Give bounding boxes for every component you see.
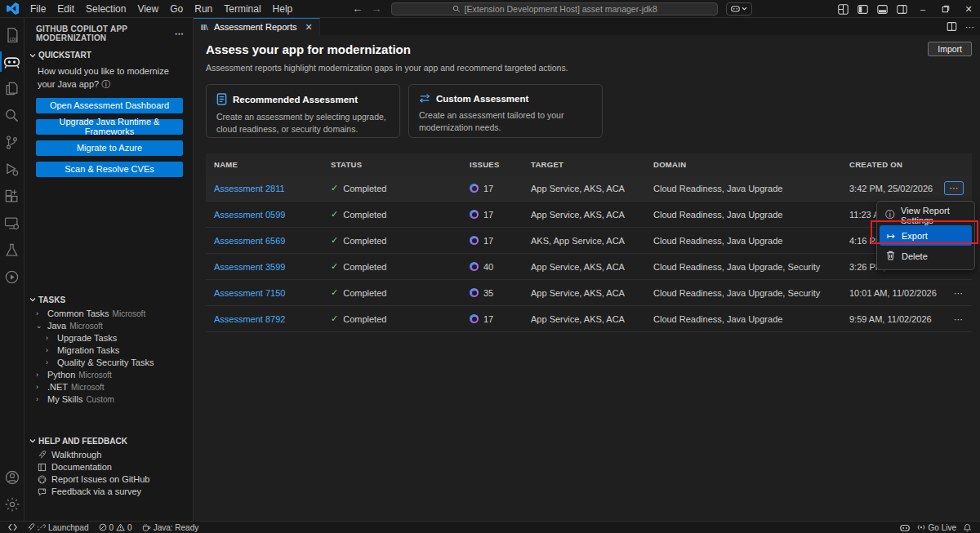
help-documentation[interactable]: Documentation — [24, 461, 193, 473]
tab-close-icon[interactable]: ✕ — [305, 22, 312, 33]
tab-assessment-reports[interactable]: Assessment Reports ✕ — [194, 18, 320, 35]
back-arrow-icon[interactable]: ← — [352, 2, 363, 15]
menu-run[interactable]: Run — [189, 0, 218, 18]
title-bar: File Edit Selection View Go Run Terminal… — [0, 0, 980, 18]
page-subtitle: Assessment reports highlight modernizati… — [206, 63, 972, 73]
recommended-assessment-card[interactable]: Recommended Assessment Create an assessm… — [206, 84, 400, 138]
customize-layout-icon[interactable] — [833, 0, 853, 18]
copilot-menu-button[interactable] — [726, 2, 752, 16]
menu-view-report-settings[interactable]: ⓘ View Report Settings — [880, 205, 972, 225]
menu-file[interactable]: File — [24, 0, 51, 18]
assessment-link[interactable]: Assessment 7150 — [214, 288, 285, 298]
task-upgrade-tasks[interactable]: › Upgrade Tasks — [24, 332, 193, 344]
extensions-icon[interactable] — [0, 183, 24, 210]
assessment-page: Assess your app for modernization Assess… — [194, 35, 980, 521]
task-quality-security-tasks[interactable]: › Quality & Security Tasks — [24, 357, 193, 369]
menu-export[interactable]: ↦ Export — [880, 225, 972, 246]
issues-donut-icon — [470, 314, 479, 323]
java-status-item[interactable]: Java: Ready — [139, 522, 203, 533]
task-my-skills[interactable]: › My Skills Custom — [24, 393, 193, 406]
check-icon: ✓ — [331, 183, 338, 193]
menu-delete[interactable]: Delete — [880, 246, 972, 266]
search-view-icon[interactable] — [0, 102, 24, 129]
check-icon: ✓ — [331, 209, 338, 220]
upgrade-java-button[interactable]: Upgrade Java Runtime & Frameworks — [36, 119, 183, 135]
menu-go[interactable]: Go — [164, 0, 189, 18]
chevron-right-icon: › — [46, 358, 54, 366]
go-live-status-item[interactable]: Go Live — [913, 522, 960, 533]
remote-explorer-icon[interactable] — [0, 210, 24, 237]
task-java[interactable]: ⌄ Java Microsoft — [24, 320, 193, 332]
help-feedback-section-header[interactable]: HELP AND FEEDBACK — [24, 433, 193, 449]
chevron-right-icon: › — [36, 383, 44, 391]
checklist-document-icon — [216, 93, 227, 105]
chevron-right-icon: › — [36, 395, 44, 403]
table-row: Assessment 6569 ✓Completed 17 AKS, App S… — [206, 228, 972, 254]
assessment-link[interactable]: Assessment 0599 — [214, 210, 285, 220]
restore-button[interactable] — [934, 0, 957, 18]
notifications-bell-icon[interactable] — [960, 522, 975, 533]
copilot-icon — [900, 524, 910, 531]
help-report-issues[interactable]: Report Issues on GitHub — [24, 473, 193, 486]
assessment-link[interactable]: Assessment 3599 — [214, 262, 285, 272]
task-common-tasks[interactable]: › Common Tasks Microsoft — [24, 308, 193, 320]
info-icon: ⓘ — [885, 208, 895, 222]
row-actions-button[interactable]: ⋯ — [954, 289, 964, 297]
editor-more-actions-icon[interactable]: ⋯ — [965, 23, 975, 31]
remote-indicator[interactable] — [5, 522, 20, 533]
info-icon[interactable]: ⓘ — [101, 79, 110, 89]
split-editor-icon[interactable] — [947, 21, 957, 32]
settings-gear-icon[interactable] — [0, 491, 24, 517]
copilot-status-item[interactable] — [897, 522, 913, 533]
tasks-section-header[interactable]: TASKS — [24, 292, 193, 308]
task-migration-tasks[interactable]: › Migration Tasks — [24, 344, 193, 357]
toggle-secondary-sidebar-icon[interactable] — [892, 0, 911, 18]
scan-resolve-cves-button[interactable]: Scan & Resolve CVEs — [36, 162, 183, 177]
app-modernization-icon[interactable] — [0, 48, 24, 75]
launchpad-status-item[interactable]: Launchpad — [24, 522, 92, 533]
issues-donut-icon — [470, 262, 479, 271]
quickstart-section-header[interactable]: QUICKSTART — [24, 47, 193, 63]
row-actions-button[interactable]: ⋯ — [954, 315, 964, 323]
menu-help[interactable]: Help — [267, 0, 299, 18]
minimize-button[interactable]: – — [911, 0, 934, 18]
menu-terminal[interactable]: Terminal — [218, 0, 266, 18]
forward-arrow-icon[interactable]: → — [371, 2, 381, 15]
test-beaker-icon[interactable] — [0, 237, 24, 264]
run-debug-icon[interactable] — [0, 156, 24, 183]
sidebar-more-actions-icon[interactable]: ⋯ — [175, 29, 185, 38]
assessment-link[interactable]: Assessment 2811 — [214, 184, 285, 193]
menu-edit[interactable]: Edit — [51, 0, 80, 18]
menu-view[interactable]: View — [131, 0, 164, 18]
toggle-panel-icon[interactable] — [872, 0, 892, 18]
task-dotnet[interactable]: › .NET Microsoft — [24, 381, 193, 393]
close-window-button[interactable]: ✕ — [957, 0, 980, 18]
menu-selection[interactable]: Selection — [80, 0, 131, 18]
book-icon — [38, 463, 47, 472]
problems-status-item[interactable]: 0 0 — [96, 522, 136, 533]
help-walkthrough[interactable]: Walkthrough — [24, 449, 193, 461]
tab-label: Assessment Reports — [214, 22, 296, 32]
import-button[interactable]: Import — [928, 42, 972, 56]
command-center-search[interactable]: [Extension Development Host] asset manag… — [391, 2, 718, 16]
live-preview-icon[interactable] — [0, 264, 24, 291]
log-view-icon[interactable]: LOG — [0, 21, 24, 48]
open-assessment-dashboard-button[interactable]: Open Assessment Dashboard — [36, 98, 183, 113]
source-control-icon[interactable] — [0, 129, 24, 156]
row-actions-button[interactable]: ⋯ — [944, 181, 964, 195]
custom-assessment-card[interactable]: Custom Assessment Create an assessment t… — [408, 84, 603, 138]
explorer-icon[interactable] — [0, 75, 24, 102]
assessment-link[interactable]: Assessment 6569 — [214, 236, 285, 246]
assessment-link[interactable]: Assessment 8792 — [214, 314, 285, 324]
sidebar-title: GITHUB COPILOT APP MODERNIZATION — [36, 24, 175, 42]
migrate-to-azure-button[interactable]: Migrate to Azure — [36, 140, 183, 156]
issues-donut-icon — [470, 210, 479, 219]
help-feedback-survey[interactable]: Feedback via a survey — [24, 486, 193, 498]
col-domain: DOMAIN — [653, 160, 849, 169]
account-icon[interactable] — [0, 464, 24, 491]
table-row: Assessment 7150 ✓Completed 35 App Servic… — [206, 280, 972, 306]
task-python[interactable]: › Python Microsoft — [24, 369, 193, 381]
col-status: STATUS — [331, 160, 470, 169]
issues-donut-icon — [470, 288, 479, 297]
toggle-primary-sidebar-icon[interactable] — [853, 0, 872, 18]
